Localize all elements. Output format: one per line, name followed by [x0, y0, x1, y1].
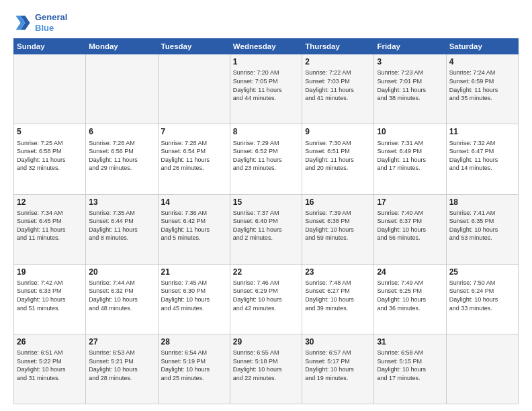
- day-cell: 28Sunrise: 6:54 AM Sunset: 5:19 PM Dayli…: [158, 334, 230, 404]
- day-number: 9: [305, 126, 371, 137]
- day-info: Sunrise: 7:28 AM Sunset: 6:54 PM Dayligh…: [161, 139, 227, 173]
- logo-icon: [13, 13, 32, 32]
- day-number: 7: [161, 126, 227, 137]
- day-number: 19: [17, 267, 83, 277]
- day-cell: 14Sunrise: 7:36 AM Sunset: 6:42 PM Dayli…: [158, 194, 230, 264]
- day-cell: 26Sunrise: 6:51 AM Sunset: 5:22 PM Dayli…: [14, 334, 86, 404]
- day-number: 21: [161, 267, 227, 277]
- day-info: Sunrise: 7:32 AM Sunset: 6:47 PM Dayligh…: [449, 139, 515, 173]
- day-number: 16: [305, 197, 371, 208]
- day-number: 23: [305, 267, 371, 277]
- day-number: 22: [233, 267, 299, 277]
- day-cell: 16Sunrise: 7:39 AM Sunset: 6:38 PM Dayli…: [302, 194, 374, 264]
- day-cell: 2Sunrise: 7:22 AM Sunset: 7:03 PM Daylig…: [302, 54, 374, 124]
- day-info: Sunrise: 7:49 AM Sunset: 6:25 PM Dayligh…: [377, 279, 443, 312]
- day-info: Sunrise: 7:44 AM Sunset: 6:32 PM Dayligh…: [89, 279, 154, 312]
- day-cell: 23Sunrise: 7:48 AM Sunset: 6:27 PM Dayli…: [302, 264, 374, 334]
- day-number: 4: [449, 56, 515, 67]
- day-info: Sunrise: 7:29 AM Sunset: 6:52 PM Dayligh…: [233, 139, 299, 173]
- day-info: Sunrise: 6:54 AM Sunset: 5:19 PM Dayligh…: [161, 349, 227, 382]
- day-number: 26: [17, 336, 83, 347]
- week-row-2: 5Sunrise: 7:25 AM Sunset: 6:58 PM Daylig…: [14, 124, 519, 194]
- day-info: Sunrise: 7:26 AM Sunset: 6:56 PM Dayligh…: [89, 139, 154, 173]
- day-number: 2: [305, 56, 371, 67]
- weekday-header-row: SundayMondayTuesdayWednesdayThursdayFrid…: [14, 39, 519, 54]
- day-info: Sunrise: 7:39 AM Sunset: 6:38 PM Dayligh…: [305, 209, 371, 242]
- day-number: 14: [161, 197, 227, 208]
- day-number: 17: [377, 197, 443, 208]
- day-info: Sunrise: 7:50 AM Sunset: 6:24 PM Dayligh…: [449, 279, 515, 312]
- day-info: Sunrise: 7:24 AM Sunset: 6:59 PM Dayligh…: [449, 68, 515, 102]
- day-number: 12: [17, 197, 83, 208]
- day-info: Sunrise: 7:41 AM Sunset: 6:35 PM Dayligh…: [449, 209, 515, 242]
- day-number: 29: [233, 336, 299, 347]
- day-cell: [14, 54, 86, 124]
- weekday-header-sunday: Sunday: [14, 39, 86, 54]
- logo: General Blue: [13, 12, 67, 33]
- day-info: Sunrise: 7:37 AM Sunset: 6:40 PM Dayligh…: [233, 209, 299, 242]
- day-number: 30: [305, 336, 371, 347]
- day-info: Sunrise: 7:25 AM Sunset: 6:58 PM Dayligh…: [17, 139, 83, 173]
- day-cell: 9Sunrise: 7:30 AM Sunset: 6:51 PM Daylig…: [302, 124, 374, 194]
- day-cell: 24Sunrise: 7:49 AM Sunset: 6:25 PM Dayli…: [374, 264, 446, 334]
- day-number: 20: [89, 267, 154, 277]
- day-info: Sunrise: 6:55 AM Sunset: 5:18 PM Dayligh…: [233, 349, 299, 382]
- day-number: 24: [377, 267, 443, 277]
- day-cell: 7Sunrise: 7:28 AM Sunset: 6:54 PM Daylig…: [158, 124, 230, 194]
- week-row-1: 1Sunrise: 7:20 AM Sunset: 7:05 PM Daylig…: [14, 54, 519, 124]
- day-number: 6: [89, 126, 154, 137]
- weekday-header-monday: Monday: [86, 39, 158, 54]
- logo-text: General Blue: [35, 12, 67, 33]
- day-info: Sunrise: 6:53 AM Sunset: 5:21 PM Dayligh…: [89, 349, 154, 382]
- header: General Blue: [13, 12, 519, 33]
- day-number: 18: [449, 197, 515, 208]
- day-info: Sunrise: 6:57 AM Sunset: 5:17 PM Dayligh…: [305, 349, 371, 382]
- day-cell: 12Sunrise: 7:34 AM Sunset: 6:45 PM Dayli…: [14, 194, 86, 264]
- weekday-header-saturday: Saturday: [446, 39, 518, 54]
- day-info: Sunrise: 7:40 AM Sunset: 6:37 PM Dayligh…: [377, 209, 443, 242]
- day-cell: 15Sunrise: 7:37 AM Sunset: 6:40 PM Dayli…: [230, 194, 302, 264]
- day-info: Sunrise: 7:36 AM Sunset: 6:42 PM Dayligh…: [161, 209, 227, 242]
- day-info: Sunrise: 7:22 AM Sunset: 7:03 PM Dayligh…: [305, 68, 371, 102]
- weekday-header-friday: Friday: [374, 39, 446, 54]
- day-info: Sunrise: 7:34 AM Sunset: 6:45 PM Dayligh…: [17, 209, 83, 242]
- week-row-4: 19Sunrise: 7:42 AM Sunset: 6:33 PM Dayli…: [14, 264, 519, 334]
- day-info: Sunrise: 7:35 AM Sunset: 6:44 PM Dayligh…: [89, 209, 154, 242]
- day-number: 3: [377, 56, 443, 67]
- calendar-table: SundayMondayTuesdayWednesdayThursdayFrid…: [13, 38, 519, 404]
- day-cell: 13Sunrise: 7:35 AM Sunset: 6:44 PM Dayli…: [86, 194, 158, 264]
- day-cell: 4Sunrise: 7:24 AM Sunset: 6:59 PM Daylig…: [446, 54, 518, 124]
- day-number: 5: [17, 126, 83, 137]
- day-number: 10: [377, 126, 443, 137]
- day-number: 15: [233, 197, 299, 208]
- day-info: Sunrise: 7:42 AM Sunset: 6:33 PM Dayligh…: [17, 279, 83, 312]
- day-cell: [446, 334, 518, 404]
- day-cell: 10Sunrise: 7:31 AM Sunset: 6:49 PM Dayli…: [374, 124, 446, 194]
- day-cell: [158, 54, 230, 124]
- day-cell: 21Sunrise: 7:45 AM Sunset: 6:30 PM Dayli…: [158, 264, 230, 334]
- day-info: Sunrise: 7:48 AM Sunset: 6:27 PM Dayligh…: [305, 279, 371, 312]
- day-cell: 20Sunrise: 7:44 AM Sunset: 6:32 PM Dayli…: [86, 264, 158, 334]
- day-number: 28: [161, 336, 227, 347]
- day-number: 31: [377, 336, 443, 347]
- day-cell: 8Sunrise: 7:29 AM Sunset: 6:52 PM Daylig…: [230, 124, 302, 194]
- day-number: 13: [89, 197, 154, 208]
- day-cell: 6Sunrise: 7:26 AM Sunset: 6:56 PM Daylig…: [86, 124, 158, 194]
- day-info: Sunrise: 6:58 AM Sunset: 5:15 PM Dayligh…: [377, 349, 443, 382]
- weekday-header-tuesday: Tuesday: [158, 39, 230, 54]
- day-info: Sunrise: 7:20 AM Sunset: 7:05 PM Dayligh…: [233, 68, 299, 102]
- day-info: Sunrise: 7:23 AM Sunset: 7:01 PM Dayligh…: [377, 68, 443, 102]
- day-number: 25: [449, 267, 515, 277]
- day-cell: 22Sunrise: 7:46 AM Sunset: 6:29 PM Dayli…: [230, 264, 302, 334]
- weekday-header-wednesday: Wednesday: [230, 39, 302, 54]
- day-cell: 17Sunrise: 7:40 AM Sunset: 6:37 PM Dayli…: [374, 194, 446, 264]
- day-cell: 30Sunrise: 6:57 AM Sunset: 5:17 PM Dayli…: [302, 334, 374, 404]
- day-info: Sunrise: 7:46 AM Sunset: 6:29 PM Dayligh…: [233, 279, 299, 312]
- page: General Blue SundayMondayTuesdayWednesda…: [0, 0, 532, 411]
- day-cell: 5Sunrise: 7:25 AM Sunset: 6:58 PM Daylig…: [14, 124, 86, 194]
- day-info: Sunrise: 7:45 AM Sunset: 6:30 PM Dayligh…: [161, 279, 227, 312]
- day-number: 1: [233, 56, 299, 67]
- day-cell: 31Sunrise: 6:58 AM Sunset: 5:15 PM Dayli…: [374, 334, 446, 404]
- day-info: Sunrise: 7:30 AM Sunset: 6:51 PM Dayligh…: [305, 139, 371, 173]
- day-number: 8: [233, 126, 299, 137]
